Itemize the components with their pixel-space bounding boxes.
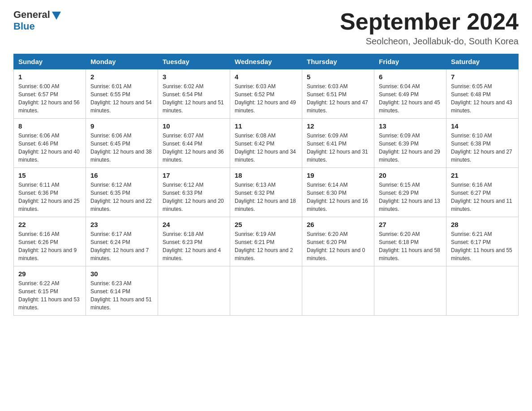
day-info: Sunrise: 6:03 AMSunset: 6:51 PMDaylight:… — [307, 82, 369, 115]
logo-triangle-icon — [52, 12, 61, 20]
calendar-cell: 8 Sunrise: 6:06 AMSunset: 6:46 PMDayligh… — [14, 119, 86, 168]
day-number: 30 — [90, 270, 153, 278]
weekday-header-thursday: Thursday — [302, 54, 374, 69]
logo-general-text: General — [13, 9, 50, 21]
day-number: 4 — [235, 73, 297, 81]
day-number: 12 — [307, 122, 369, 130]
day-info: Sunrise: 6:20 AMSunset: 6:18 PMDaylight:… — [379, 230, 442, 262]
day-info: Sunrise: 6:09 AMSunset: 6:39 PMDaylight:… — [379, 132, 442, 164]
day-info: Sunrise: 6:06 AMSunset: 6:46 PMDaylight:… — [18, 132, 81, 164]
day-number: 16 — [90, 171, 153, 179]
day-number: 22 — [18, 221, 81, 228]
day-info: Sunrise: 6:05 AMSunset: 6:48 PMDaylight:… — [451, 82, 514, 115]
day-number: 21 — [451, 171, 514, 179]
weekday-header-wednesday: Wednesday — [230, 54, 302, 69]
calendar-cell — [374, 266, 446, 316]
calendar-cell: 24 Sunrise: 6:18 AMSunset: 6:23 PMDaylig… — [158, 217, 230, 266]
day-number: 20 — [379, 171, 442, 179]
day-number: 6 — [379, 73, 442, 81]
calendar-cell: 28 Sunrise: 6:21 AMSunset: 6:17 PMDaylig… — [446, 217, 519, 266]
day-number: 19 — [307, 171, 369, 179]
day-info: Sunrise: 6:18 AMSunset: 6:23 PMDaylight:… — [163, 230, 225, 262]
day-number: 25 — [235, 221, 297, 228]
page-header: General Blue September 2024 Seolcheon, J… — [13, 9, 519, 47]
calendar-cell: 17 Sunrise: 6:12 AMSunset: 6:33 PMDaylig… — [158, 168, 230, 217]
day-info: Sunrise: 6:19 AMSunset: 6:21 PMDaylight:… — [235, 230, 297, 262]
week-row-3: 15 Sunrise: 6:11 AMSunset: 6:36 PMDaylig… — [14, 168, 519, 217]
day-number: 28 — [451, 221, 514, 228]
calendar-cell: 3 Sunrise: 6:02 AMSunset: 6:54 PMDayligh… — [158, 69, 230, 119]
calendar-cell: 2 Sunrise: 6:01 AMSunset: 6:55 PMDayligh… — [86, 69, 158, 119]
day-info: Sunrise: 6:14 AMSunset: 6:30 PMDaylight:… — [307, 181, 369, 213]
weekday-header-sunday: Sunday — [14, 54, 86, 69]
day-number: 18 — [235, 171, 297, 179]
day-number: 29 — [18, 270, 81, 278]
day-number: 3 — [163, 73, 225, 81]
day-info: Sunrise: 6:08 AMSunset: 6:42 PMDaylight:… — [235, 132, 297, 164]
day-info: Sunrise: 6:13 AMSunset: 6:32 PMDaylight:… — [235, 181, 297, 213]
day-number: 8 — [18, 122, 81, 130]
day-number: 14 — [451, 122, 514, 130]
day-info: Sunrise: 6:11 AMSunset: 6:36 PMDaylight:… — [18, 181, 81, 213]
day-info: Sunrise: 6:22 AMSunset: 6:15 PMDaylight:… — [18, 279, 81, 312]
logo-blue-text: Blue — [13, 21, 35, 32]
calendar-cell: 29 Sunrise: 6:22 AMSunset: 6:15 PMDaylig… — [14, 266, 86, 316]
calendar-cell: 27 Sunrise: 6:20 AMSunset: 6:18 PMDaylig… — [374, 217, 446, 266]
logo: General Blue — [13, 9, 61, 32]
calendar-cell — [158, 266, 230, 316]
calendar-cell: 11 Sunrise: 6:08 AMSunset: 6:42 PMDaylig… — [230, 119, 302, 168]
day-number: 7 — [451, 73, 514, 81]
calendar-cell — [230, 266, 302, 316]
calendar-subtitle: Seolcheon, Jeollabuk-do, South Korea — [340, 36, 519, 47]
calendar-cell: 10 Sunrise: 6:07 AMSunset: 6:44 PMDaylig… — [158, 119, 230, 168]
day-number: 27 — [379, 221, 442, 228]
day-info: Sunrise: 6:16 AMSunset: 6:27 PMDaylight:… — [451, 181, 514, 213]
title-section: September 2024 Seolcheon, Jeollabuk-do, … — [340, 9, 519, 47]
day-info: Sunrise: 6:09 AMSunset: 6:41 PMDaylight:… — [307, 132, 369, 164]
weekday-header-tuesday: Tuesday — [158, 54, 230, 69]
day-info: Sunrise: 6:02 AMSunset: 6:54 PMDaylight:… — [163, 82, 225, 115]
calendar-cell: 7 Sunrise: 6:05 AMSunset: 6:48 PMDayligh… — [446, 69, 519, 119]
day-number: 1 — [18, 73, 81, 81]
day-number: 10 — [163, 122, 225, 130]
day-number: 17 — [163, 171, 225, 179]
calendar-cell: 1 Sunrise: 6:00 AMSunset: 6:57 PMDayligh… — [14, 69, 86, 119]
week-row-4: 22 Sunrise: 6:16 AMSunset: 6:26 PMDaylig… — [14, 217, 519, 266]
day-info: Sunrise: 6:12 AMSunset: 6:33 PMDaylight:… — [163, 181, 225, 213]
day-info: Sunrise: 6:10 AMSunset: 6:38 PMDaylight:… — [451, 132, 514, 164]
calendar-cell — [302, 266, 374, 316]
day-number: 15 — [18, 171, 81, 179]
calendar-cell: 23 Sunrise: 6:17 AMSunset: 6:24 PMDaylig… — [86, 217, 158, 266]
day-info: Sunrise: 6:21 AMSunset: 6:17 PMDaylight:… — [451, 230, 514, 262]
day-number: 9 — [90, 122, 153, 130]
calendar-cell: 18 Sunrise: 6:13 AMSunset: 6:32 PMDaylig… — [230, 168, 302, 217]
day-info: Sunrise: 6:17 AMSunset: 6:24 PMDaylight:… — [90, 230, 153, 262]
day-number: 26 — [307, 221, 369, 228]
calendar-cell: 16 Sunrise: 6:12 AMSunset: 6:35 PMDaylig… — [86, 168, 158, 217]
calendar-cell: 4 Sunrise: 6:03 AMSunset: 6:52 PMDayligh… — [230, 69, 302, 119]
weekday-header-friday: Friday — [374, 54, 446, 69]
day-info: Sunrise: 6:04 AMSunset: 6:49 PMDaylight:… — [379, 82, 442, 115]
day-number: 2 — [90, 73, 153, 81]
day-info: Sunrise: 6:00 AMSunset: 6:57 PMDaylight:… — [18, 82, 81, 115]
calendar-cell: 5 Sunrise: 6:03 AMSunset: 6:51 PMDayligh… — [302, 69, 374, 119]
day-info: Sunrise: 6:15 AMSunset: 6:29 PMDaylight:… — [379, 181, 442, 213]
day-number: 23 — [90, 221, 153, 228]
day-info: Sunrise: 6:16 AMSunset: 6:26 PMDaylight:… — [18, 230, 81, 262]
calendar-cell: 9 Sunrise: 6:06 AMSunset: 6:45 PMDayligh… — [86, 119, 158, 168]
day-number: 5 — [307, 73, 369, 81]
day-number: 11 — [235, 122, 297, 130]
day-number: 13 — [379, 122, 442, 130]
calendar-table: SundayMondayTuesdayWednesdayThursdayFrid… — [13, 54, 519, 316]
calendar-cell: 6 Sunrise: 6:04 AMSunset: 6:49 PMDayligh… — [374, 69, 446, 119]
day-info: Sunrise: 6:06 AMSunset: 6:45 PMDaylight:… — [90, 132, 153, 164]
calendar-cell: 26 Sunrise: 6:20 AMSunset: 6:20 PMDaylig… — [302, 217, 374, 266]
day-number: 24 — [163, 221, 225, 228]
day-info: Sunrise: 6:01 AMSunset: 6:55 PMDaylight:… — [90, 82, 153, 115]
calendar-cell: 21 Sunrise: 6:16 AMSunset: 6:27 PMDaylig… — [446, 168, 519, 217]
calendar-cell: 20 Sunrise: 6:15 AMSunset: 6:29 PMDaylig… — [374, 168, 446, 217]
calendar-cell — [446, 266, 519, 316]
day-info: Sunrise: 6:07 AMSunset: 6:44 PMDaylight:… — [163, 132, 225, 164]
calendar-cell: 30 Sunrise: 6:23 AMSunset: 6:14 PMDaylig… — [86, 266, 158, 316]
calendar-title: September 2024 — [340, 9, 519, 34]
